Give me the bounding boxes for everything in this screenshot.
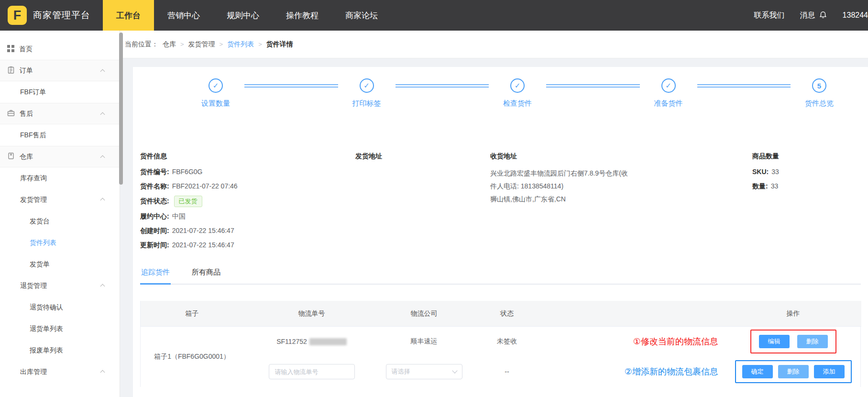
breadcrumb-warehouse[interactable]: 仓库 bbox=[163, 40, 176, 49]
tracking-number-cell: SF112752 bbox=[243, 327, 380, 356]
breadcrumb: 当前位置： 仓库 > 发货管理 > 货件列表 > 货件详情 bbox=[120, 31, 868, 58]
status-empty-cell: -- bbox=[468, 356, 546, 387]
sidebar-group-orders[interactable]: 订单 bbox=[0, 60, 120, 81]
messages-label: 消息 bbox=[800, 11, 815, 21]
contact-us-link[interactable]: 联系我们 bbox=[754, 11, 785, 21]
chevron-up-icon bbox=[100, 284, 105, 289]
breadcrumb-shipping-management[interactable]: 发货管理 bbox=[188, 40, 215, 49]
chevron-down-icon bbox=[452, 368, 457, 373]
step-connector bbox=[546, 84, 640, 88]
ship-to-address-line: 兴业北路宏盛丰物流园后门右侧7.8.9号仓库(收 bbox=[490, 167, 648, 180]
shipment-code-row: 货件编号:FBF6G0G bbox=[140, 167, 238, 177]
ship-from-column: 发货地址 bbox=[355, 152, 382, 167]
quantity-column: 商品数量 SKU:33 数量:33 bbox=[752, 152, 779, 196]
shipment-detail-card: ✓ 设置数量 ✓ 打印标签 ✓ 检查货件 ✓ 准备货件 bbox=[133, 67, 868, 397]
chevron-up-icon bbox=[100, 370, 105, 375]
step-shipment-overview: 5 货件总览 bbox=[791, 78, 848, 108]
sidebar-item-shipping-desk[interactable]: 发货台 bbox=[0, 210, 120, 232]
chevron-right-icon: > bbox=[180, 41, 184, 48]
step-print-labels: ✓ 打印标签 bbox=[338, 78, 396, 108]
step-connector bbox=[244, 84, 338, 88]
shipment-name-row: 货件名称:FBF2021-07-22 07:46 bbox=[140, 181, 238, 191]
app-title: 商家管理平台 bbox=[33, 9, 90, 22]
sidebar-group-aftersales[interactable]: 售后 bbox=[0, 103, 120, 124]
order-clipboard-icon bbox=[7, 66, 20, 75]
tracking-input-cell bbox=[243, 356, 380, 387]
breadcrumb-label: 当前位置： bbox=[125, 40, 158, 49]
box-name-cell: 箱子1（FBF6G0G0001） bbox=[141, 327, 243, 387]
chevron-up-icon bbox=[100, 155, 105, 160]
sidebar-item-home[interactable]: 首页 bbox=[0, 38, 120, 60]
sku-row: SKU:33 bbox=[752, 167, 779, 177]
sidebar-group-outbound-management[interactable]: 出库管理 bbox=[0, 361, 120, 383]
warehouse-badge-icon bbox=[7, 152, 20, 161]
status-cell: 未签收 bbox=[468, 327, 546, 356]
ship-to-title: 收货地址 bbox=[490, 152, 648, 161]
confirm-button[interactable]: 确定 bbox=[742, 365, 773, 378]
top-navigation: F 商家管理平台 工作台 营销中心 规则中心 操作教程 商家论坛 联系我们 消息… bbox=[0, 0, 868, 31]
sidebar-group-shipping-management[interactable]: 发货管理 bbox=[0, 189, 120, 210]
row2-actions-cell: 确定 删除 添加 bbox=[725, 356, 861, 387]
home-grid-icon bbox=[7, 45, 19, 54]
fulfillment-center-row: 履约中心:中国 bbox=[140, 211, 238, 221]
step-connector bbox=[396, 84, 489, 88]
carrier-select[interactable]: 请选择 bbox=[386, 364, 462, 379]
edit-button[interactable]: 编辑 bbox=[759, 335, 790, 348]
sidebar-item-inventory-query[interactable]: 库存查询 bbox=[0, 167, 120, 189]
step-set-quantity: ✓ 设置数量 bbox=[187, 78, 244, 108]
tracking-number-input[interactable] bbox=[269, 364, 355, 379]
messages-link[interactable]: 消息 bbox=[800, 10, 827, 21]
breadcrumb-shipment-list[interactable]: 货件列表 bbox=[227, 40, 254, 49]
nav-tab-marketing[interactable]: 营销中心 bbox=[154, 0, 213, 31]
check-circle-icon: ✓ bbox=[360, 78, 374, 93]
sidebar-item-shipment-list[interactable]: 货件列表 bbox=[0, 232, 120, 254]
sidebar-scrollbar[interactable] bbox=[119, 33, 123, 185]
sidebar-item-fbf-orders[interactable]: FBF订单 bbox=[0, 81, 120, 103]
account-phone-number[interactable]: 138244 bbox=[843, 11, 868, 20]
ship-to-address-line: 件人电话: 18138548114) bbox=[490, 180, 648, 193]
sidebar-group-warehouse[interactable]: 仓库 bbox=[0, 146, 120, 167]
sidebar-item-return-pending[interactable]: 退货待确认 bbox=[0, 297, 120, 318]
bell-icon bbox=[819, 10, 827, 21]
sidebar-item-fbf-aftersales[interactable]: FBF售后 bbox=[0, 124, 120, 146]
logo-letter: F bbox=[13, 8, 22, 23]
breadcrumb-shipment-detail: 货件详情 bbox=[266, 40, 293, 49]
sidebar-group-returns-management[interactable]: 退货管理 bbox=[0, 275, 120, 297]
sidebar-item-shipping-order[interactable]: 发货单 bbox=[0, 254, 120, 275]
ship-to-column: 收货地址 兴业北路宏盛丰物流园后门右侧7.8.9号仓库(收 件人电话: 1813… bbox=[490, 152, 648, 206]
check-circle-icon: ✓ bbox=[209, 78, 223, 93]
add-button[interactable]: 添加 bbox=[814, 365, 845, 378]
nav-tab-workbench[interactable]: 工作台 bbox=[103, 0, 154, 31]
nav-tab-tutorials[interactable]: 操作教程 bbox=[273, 0, 332, 31]
chevron-up-icon bbox=[100, 198, 105, 203]
chevron-up-icon bbox=[100, 69, 105, 74]
sidebar-item-scrap-list[interactable]: 报废单列表 bbox=[0, 340, 120, 361]
app-logo: F bbox=[8, 6, 27, 25]
row1-actions-cell: 编辑 删除 bbox=[725, 327, 861, 356]
col-header-box: 箱子 bbox=[141, 301, 243, 327]
delete-button[interactable]: 删除 bbox=[797, 335, 828, 348]
step-check-shipment: ✓ 检查货件 bbox=[489, 78, 546, 108]
main-content: 当前位置： 仓库 > 发货管理 > 货件列表 > 货件详情 ✓ 设置数量 ✓ 打… bbox=[120, 31, 868, 397]
brand: F 商家管理平台 bbox=[0, 0, 103, 31]
tab-all-products[interactable]: 所有商品 bbox=[191, 268, 221, 284]
step-prepare-shipment: ✓ 准备货件 bbox=[640, 78, 697, 108]
quantity-title: 商品数量 bbox=[752, 152, 779, 161]
red-annotation-box: 编辑 删除 bbox=[750, 330, 836, 353]
aftersale-briefcase-icon bbox=[7, 109, 20, 118]
col-header-status: 状态 bbox=[468, 301, 546, 327]
created-time-row: 创建时间:2021-07-22 15:46:47 bbox=[140, 226, 238, 236]
content-tabs: 追踪货件 所有商品 bbox=[140, 268, 861, 285]
tracking-table: 箱子 物流单号 物流公司 状态 操作 箱子1（FBF6G0G0001） SF11… bbox=[140, 301, 861, 387]
nav-right: 联系我们 消息 138244 bbox=[754, 0, 868, 31]
shipment-status-row: 货件状态: 已发货 bbox=[140, 196, 238, 207]
tab-track-shipment[interactable]: 追踪货件 bbox=[140, 268, 171, 285]
col-header-actions: 操作 bbox=[725, 301, 861, 327]
sidebar-item-return-list[interactable]: 退货单列表 bbox=[0, 318, 120, 340]
status-badge: 已发货 bbox=[174, 196, 202, 207]
nav-tab-forum[interactable]: 商家论坛 bbox=[332, 0, 391, 31]
delete-new-button[interactable]: 删除 bbox=[778, 365, 809, 378]
check-circle-icon: ✓ bbox=[510, 78, 525, 93]
step-number-circle: 5 bbox=[812, 78, 826, 93]
nav-tab-rules[interactable]: 规则中心 bbox=[213, 0, 273, 31]
